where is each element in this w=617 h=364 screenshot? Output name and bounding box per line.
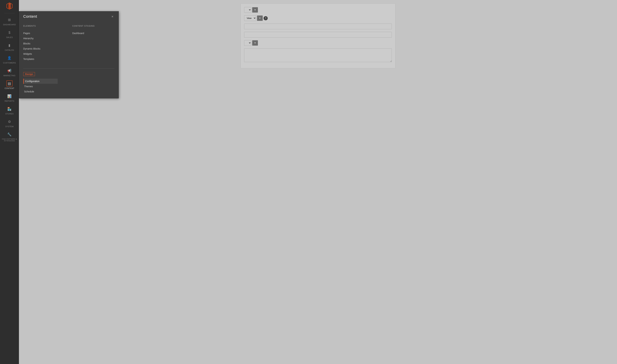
dropdown-close-button[interactable]: × — [110, 14, 115, 19]
dropdown-title: Content — [23, 14, 37, 19]
content-dropdown-panel: Content × Elements Pages Hierarchy Block… — [19, 11, 119, 98]
dropdown-elements-col: Elements Pages Hierarchy Blocks Dynamic … — [23, 25, 69, 62]
app-container: ⊞ DASHBOARD $ SALES ▮ CATALOG 👤 CUSTOMER… — [0, 0, 617, 364]
dropdown-header: Content × — [19, 11, 119, 21]
dropdown-divider — [23, 68, 115, 69]
menu-item-templates[interactable]: Templates — [23, 56, 66, 62]
dropdown-body: Elements Pages Hierarchy Blocks Dynamic … — [19, 21, 119, 67]
menu-item-themes[interactable]: Themes — [23, 84, 58, 89]
menu-item-configuration[interactable]: Configuration — [23, 79, 58, 84]
dropdown-staging-col: Content Staging Dashboard — [69, 25, 115, 62]
menu-item-staging-dashboard[interactable]: Dashboard — [72, 31, 115, 36]
menu-item-blocks[interactable]: Blocks — [23, 41, 66, 46]
design-section-title: Design — [23, 72, 35, 76]
menu-item-hierarchy[interactable]: Hierarchy — [23, 36, 66, 41]
dropdown-design-section: Design Configuration Themes Schedule — [19, 72, 119, 98]
elements-section-title: Elements — [23, 25, 66, 27]
menu-item-dynamic-blocks[interactable]: Dynamic Blocks — [23, 46, 66, 51]
design-menu-list: Configuration Themes Schedule — [23, 79, 58, 94]
menu-item-pages[interactable]: Pages — [23, 31, 66, 36]
menu-item-schedule[interactable]: Schedule — [23, 89, 58, 94]
menu-item-widgets[interactable]: Widgets — [23, 51, 66, 56]
staging-section-title: Content Staging — [72, 25, 115, 27]
